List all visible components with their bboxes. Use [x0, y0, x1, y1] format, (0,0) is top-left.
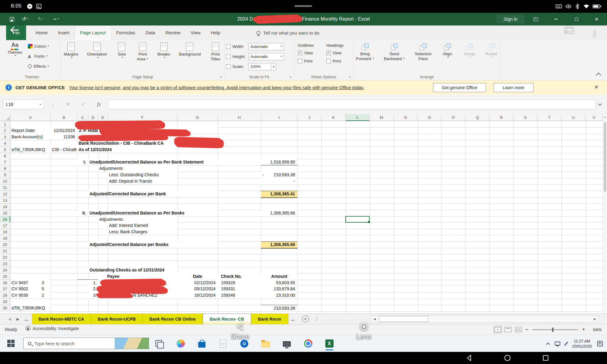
row-header-25[interactable]: 25: [0, 273, 10, 280]
cell-D15[interactable]: Unadjusted/Uncorrected Balance as Per Bo…: [88, 210, 218, 216]
sheet-tab-bank-recor[interactable]: Bank Recor: [251, 314, 288, 324]
row-header-7[interactable]: 7: [0, 159, 10, 165]
cell-A2[interactable]: Report Date:: [10, 127, 51, 134]
lens-button[interactable]: Lens: [353, 323, 375, 341]
ribbon-display-options-button[interactable]: [531, 13, 541, 25]
insert-function-icon[interactable]: fx: [95, 99, 103, 109]
row-header-10[interactable]: 10: [0, 178, 10, 184]
cell-H26[interactable]: 159328: [218, 280, 261, 286]
cell-I12[interactable]: 1,308,365.41: [261, 191, 297, 198]
tab-data[interactable]: Data: [140, 25, 160, 40]
row-header-3[interactable]: 3: [0, 134, 10, 140]
minimize-button[interactable]: [551, 13, 561, 25]
cast-icon[interactable]: [564, 25, 574, 34]
cell-D24[interactable]: Outstanding Checks as of 12/31/2024: [88, 267, 177, 273]
sheet-tab-bank-recon-cb-online[interactable]: Bank Recon CB Online: [143, 314, 202, 324]
cell-C5[interactable]: As of 12/31/2024: [77, 147, 177, 153]
cell-A30[interactable]: aTbl_7350KJ8KQ: [10, 305, 51, 311]
cell-F18[interactable]: Less: Bank Charges: [108, 229, 177, 235]
row-header-1[interactable]: 1: [0, 121, 10, 127]
cell-I26[interactable]: 53,603.55: [261, 280, 297, 286]
cell-E8[interactable]: Adjustments:: [98, 165, 177, 172]
cell-I15[interactable]: 1,308,365.66: [261, 210, 297, 216]
pen-tray-icon[interactable]: [564, 341, 568, 345]
horizontal-scrollbar[interactable]: ◀ ▶: [371, 315, 599, 322]
cell-H25[interactable]: Check No.: [218, 273, 261, 280]
task-view-icon[interactable]: [155, 340, 162, 347]
cell-I30[interactable]: 210,593.39: [261, 305, 297, 311]
row-header-6[interactable]: 6: [0, 153, 10, 159]
enter-icon[interactable]: ✓: [80, 99, 87, 109]
row-header-27[interactable]: 27: [0, 286, 10, 292]
column-header-U[interactable]: U: [561, 114, 585, 121]
search-input[interactable]: Type here to search: [23, 338, 149, 349]
cell-C15[interactable]: II.: [77, 210, 88, 216]
android-home-icon[interactable]: [504, 354, 511, 362]
sheet-overflow-right[interactable]: ...: [288, 316, 297, 322]
notice-message[interactable]: Your license isn't genuine, and you may …: [69, 85, 365, 90]
arrange-bring-forward[interactable]: BringForward: [354, 41, 376, 62]
column-header-M[interactable]: M: [370, 114, 394, 121]
cell-A3[interactable]: Bank Account(s):: [10, 134, 51, 140]
notice-close-icon[interactable]: ✕: [594, 84, 599, 90]
column-header-P[interactable]: P: [442, 114, 466, 121]
row-header-21[interactable]: 21: [0, 248, 10, 254]
android-recents-icon[interactable]: [542, 354, 549, 362]
vertical-scrollbar-thumb[interactable]: [604, 122, 606, 192]
name-box[interactable]: L16: [3, 99, 44, 109]
close-button[interactable]: ✕: [592, 13, 602, 25]
column-header-I[interactable]: I: [261, 114, 297, 121]
cell-A5[interactable]: aTbl_7350KJ8KQ: [10, 147, 51, 153]
sheet-nav-right-icon[interactable]: ▶: [14, 317, 22, 321]
column-header-C[interactable]: C: [77, 114, 88, 121]
cell-F9[interactable]: Less: Outstanding Checks: [108, 172, 177, 178]
row-header-29[interactable]: 29: [0, 298, 10, 305]
row-header-28[interactable]: 28: [0, 292, 10, 298]
expand-formula-bar-icon[interactable]: [598, 102, 602, 106]
get-genuine-office-button[interactable]: Get genuine Office: [433, 83, 486, 92]
row-header-11[interactable]: 11: [0, 184, 10, 191]
tab-home[interactable]: Home: [30, 25, 53, 40]
search-highlight-image[interactable]: [115, 338, 149, 349]
arrange-align[interactable]: Align: [440, 41, 455, 62]
page-break-view-icon[interactable]: [515, 327, 522, 332]
fonts-button[interactable]: Fonts: [28, 51, 49, 61]
column-header-Q[interactable]: Q: [466, 114, 490, 121]
gesture-pill[interactable]: [294, 5, 312, 7]
page-layout-view-icon[interactable]: [505, 327, 511, 332]
cell-C7[interactable]: I.: [77, 159, 88, 165]
sheet-nav-left-icon[interactable]: ◀: [5, 317, 14, 321]
row-header-12[interactable]: 12: [0, 191, 10, 197]
arrange-rotate[interactable]: Rotate: [484, 41, 499, 62]
row-header-8[interactable]: 8: [0, 165, 10, 172]
cell-D12[interactable]: Adjusted/Corrected Balance per Bank: [88, 191, 218, 197]
cell-H27[interactable]: 159331: [218, 286, 261, 292]
selected-cell-L16[interactable]: [345, 216, 370, 223]
spinner-icon[interactable]: [271, 63, 276, 70]
cell-I28[interactable]: 23,310.00: [261, 292, 297, 298]
row-header-14[interactable]: 14: [0, 204, 10, 210]
tab-view[interactable]: View: [185, 25, 205, 40]
zoom-slider[interactable]: [532, 329, 578, 330]
overlay-menu-icon[interactable]: [592, 30, 597, 36]
row-header-19[interactable]: 19: [0, 235, 10, 241]
zoom-out-icon[interactable]: −: [525, 326, 529, 333]
dialog-launcher-icon[interactable]: ↘: [348, 75, 352, 79]
sheet-menu-icon[interactable]: ⋮: [314, 316, 319, 322]
zoom-slider-thumb[interactable]: [552, 328, 554, 332]
tab-help[interactable]: Help: [206, 25, 226, 40]
scroll-right-icon[interactable]: ▶: [592, 317, 598, 321]
action-center-icon[interactable]: [597, 341, 603, 346]
cell-I27[interactable]: 133,679.84: [261, 286, 297, 292]
row-header-2[interactable]: 2: [0, 127, 10, 134]
pagesetup-print-area[interactable]: PrintArea: [135, 41, 150, 62]
taskbar-app-file-explorer[interactable]: [255, 335, 276, 352]
vertical-scrollbar[interactable]: ▲: [603, 114, 607, 313]
formula-bar-grip-icon[interactable]: ⋮: [51, 99, 55, 109]
tab-page-layout[interactable]: Page Layout: [75, 25, 111, 40]
cell-B5[interactable]: CIB - ChinaB: [51, 147, 77, 153]
scroll-up-icon[interactable]: ▲: [603, 115, 607, 118]
pagesetup-breaks[interactable]: Breaks: [156, 41, 172, 62]
pagesetup-margins[interactable]: Margins: [62, 41, 80, 62]
cell-I7[interactable]: 1,518,958.80: [261, 159, 297, 165]
